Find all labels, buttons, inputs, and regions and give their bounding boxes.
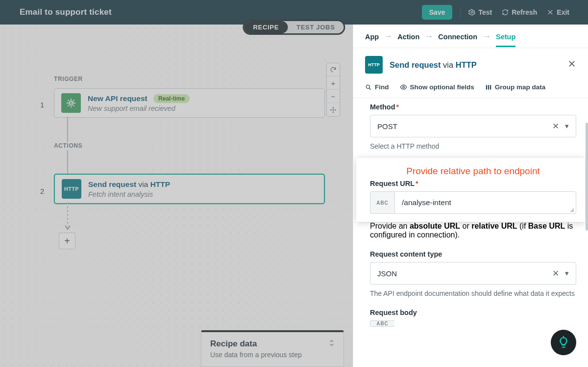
required-marker: * [416, 180, 418, 187]
test-button[interactable]: Test [464, 5, 497, 19]
exit-button[interactable]: Exit [542, 5, 574, 19]
request-url-field: Request URL* ABC /analyse-intent [370, 180, 576, 214]
zoom-fit-button[interactable] [327, 103, 340, 116]
canvas-zoom-controls: + − [326, 63, 340, 117]
chevron-down-icon[interactable]: ▾ [565, 269, 569, 278]
annotation-text: Provide relative path to endpoint [370, 166, 576, 180]
group-map-button[interactable]: Group map data [485, 83, 546, 91]
trigger-title: New API request [88, 94, 147, 103]
content-type-help: The API endpoint documentation should de… [370, 288, 576, 298]
formula-mode-toggle[interactable]: ABC [370, 191, 394, 214]
tab-test-jobs[interactable]: TEST JOBS [288, 21, 344, 33]
move-icon [330, 106, 337, 113]
refresh-label: Refresh [512, 8, 537, 16]
panel-title-rest: via [441, 60, 456, 69]
http-icon: HTTP [62, 179, 81, 199]
action-title-rest: via [136, 180, 150, 188]
recipe-canvas: TRIGGER ACTIONS 1 2 API New API request … [0, 25, 353, 367]
svg-point-7 [366, 85, 369, 88]
resize-handle[interactable] [569, 207, 574, 212]
tray-title: Recipe data [210, 339, 335, 349]
panel-toolbar: Find Show optional fields Group map data [353, 80, 588, 98]
gear-icon [468, 9, 475, 16]
test-label: Test [478, 8, 492, 16]
http-icon: HTTP [365, 56, 383, 74]
scrollbar[interactable] [586, 123, 588, 231]
show-optional-button[interactable]: Show optional fields [400, 83, 474, 91]
required-marker: * [396, 103, 399, 111]
method-help: Select a HTTP method [370, 141, 576, 151]
formula-mode-toggle[interactable]: ABC [370, 320, 394, 327]
crumb-action[interactable]: Action [397, 33, 419, 41]
svg-rect-12 [490, 85, 491, 89]
connector-line [65, 150, 71, 174]
step-number-2: 2 [40, 187, 44, 195]
chevron-down-icon[interactable]: ▾ [565, 122, 569, 131]
refresh-icon [502, 9, 509, 16]
method-label: Method [370, 103, 395, 111]
action-subtitle: Fetch intent analysis [88, 190, 170, 198]
request-body-label: Request body [370, 309, 576, 316]
refresh-button[interactable]: Refresh [497, 5, 542, 19]
content-type-value: JSON [377, 269, 397, 278]
request-body-field: Request body ABC [370, 309, 576, 327]
clear-icon[interactable]: ✕ [552, 121, 559, 131]
method-select[interactable]: POST ✕ ▾ [370, 115, 576, 137]
exit-label: Exit [557, 8, 569, 16]
find-label: Find [375, 83, 389, 91]
help-bulb-button[interactable] [551, 330, 576, 355]
clear-icon[interactable]: ✕ [552, 268, 559, 279]
request-url-input[interactable]: /analyse-intent [394, 191, 576, 214]
recipe-data-tray[interactable]: Recipe data Use data from a previous ste… [201, 330, 344, 367]
breadcrumb: App → Action → Connection → Setup [353, 25, 588, 48]
request-url-label: Request URL [370, 180, 415, 187]
divider [460, 7, 461, 18]
expand-tray-button[interactable] [328, 339, 336, 349]
panel-title-http: HTTP [456, 60, 477, 69]
expand-icon [328, 339, 336, 347]
crumb-setup[interactable]: Setup [496, 33, 515, 47]
group-map-label: Group map data [495, 83, 546, 91]
close-icon [567, 59, 576, 68]
chevron-right-icon: → [424, 31, 433, 42]
svg-point-9 [402, 86, 404, 88]
svg-line-8 [369, 88, 370, 89]
svg-point-6 [333, 109, 334, 110]
panel-title-strong: Send request [390, 60, 441, 69]
action-card-selected[interactable]: HTTP Send request via HTTP Fetch intent … [54, 174, 325, 204]
zoom-reset-button[interactable] [327, 63, 340, 77]
crumb-connection[interactable]: Connection [438, 33, 477, 41]
svg-rect-10 [486, 85, 487, 89]
actions-section-label: ACTIONS [54, 142, 82, 149]
lightbulb-icon [557, 336, 570, 349]
find-button[interactable]: Find [365, 83, 389, 91]
crumb-app[interactable]: App [365, 33, 379, 41]
zoom-in-button[interactable]: + [327, 77, 340, 90]
api-icon: API [61, 93, 81, 113]
svg-point-0 [471, 11, 473, 13]
content-type-select[interactable]: JSON ✕ ▾ [370, 262, 576, 285]
save-button[interactable]: Save [422, 5, 453, 20]
content-type-label: Request content type [370, 250, 576, 258]
zoom-out-button[interactable]: − [327, 90, 340, 103]
chevron-right-icon: → [482, 31, 491, 42]
search-icon [365, 84, 372, 91]
connector-arrow [65, 202, 71, 233]
action-title-strong: Send request [88, 180, 136, 188]
setup-form: Method* POST ✕ ▾ Select a HTTP method Pr… [353, 98, 588, 327]
eye-icon [400, 83, 407, 91]
trigger-section-label: TRIGGER [54, 76, 83, 82]
trigger-card[interactable]: API New API request Real-time New suppor… [54, 88, 325, 118]
close-panel-button[interactable] [567, 59, 576, 71]
method-value: POST [377, 122, 397, 131]
close-icon [547, 9, 554, 16]
config-panel: App → Action → Connection → Setup HTTP S… [353, 25, 588, 367]
tab-recipe[interactable]: RECIPE [244, 21, 288, 33]
svg-rect-11 [488, 85, 489, 89]
annotation-callout: Provide relative path to endpoint Reques… [370, 161, 576, 220]
page-title: Email to support ticket [20, 7, 112, 17]
trigger-subtitle: New support email recieved [88, 105, 190, 112]
add-step-button[interactable]: + [59, 233, 75, 249]
tray-subtitle: Use data from a previous step [210, 351, 335, 359]
group-icon [485, 84, 492, 91]
